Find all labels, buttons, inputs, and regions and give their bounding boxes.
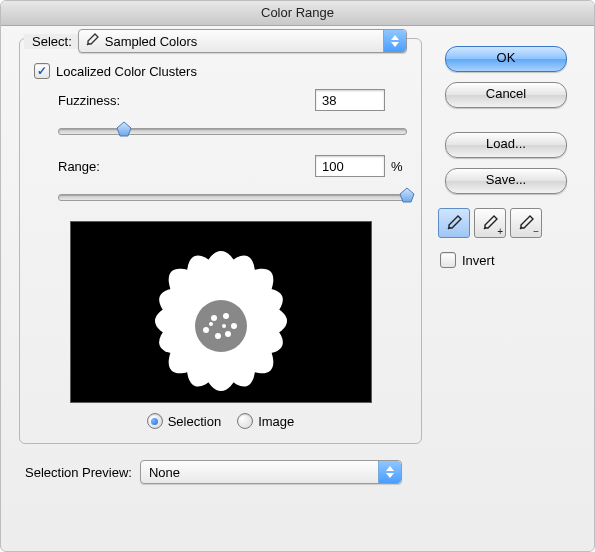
dialog-content: Select: Sampled Colors <box>1 26 594 456</box>
load-button[interactable]: Load... <box>445 132 567 158</box>
eyedropper-add-tool[interactable]: + <box>474 208 506 238</box>
select-mode-dropdown[interactable]: Sampled Colors <box>78 29 407 53</box>
radio-selection-button[interactable] <box>147 413 163 429</box>
selection-preview-thumbnail <box>70 221 372 403</box>
eyedropper-subtract-tool[interactable]: − <box>510 208 542 238</box>
selection-preview-dropdown[interactable]: None <box>140 460 402 484</box>
radio-image-button[interactable] <box>237 413 253 429</box>
fuzziness-row: Fuzziness: <box>58 89 407 111</box>
localized-clusters-row: Localized Color Clusters <box>34 63 407 79</box>
range-suffix: % <box>391 159 407 174</box>
svg-point-10 <box>223 313 229 319</box>
svg-point-14 <box>225 331 231 337</box>
selection-preview-row: Selection Preview: None <box>1 460 594 498</box>
slider-thumb[interactable] <box>116 121 132 137</box>
radio-image-label: Image <box>258 414 294 429</box>
slider-thumb[interactable] <box>399 187 415 203</box>
fuzziness-label: Fuzziness: <box>58 93 315 108</box>
svg-point-15 <box>209 322 213 326</box>
svg-point-16 <box>222 324 226 328</box>
localized-clusters-label: Localized Color Clusters <box>56 64 197 79</box>
range-label: Range: <box>58 159 315 174</box>
select-label: Select: <box>24 34 78 49</box>
slider-track <box>58 194 407 201</box>
svg-point-13 <box>215 333 221 339</box>
dropdown-arrows-icon <box>383 30 406 52</box>
fuzziness-input[interactable] <box>315 89 385 111</box>
svg-point-8 <box>195 300 247 352</box>
selection-preview-value: None <box>149 465 378 480</box>
svg-point-11 <box>203 327 209 333</box>
select-mode-value: Sampled Colors <box>105 34 383 49</box>
radio-selection[interactable]: Selection <box>147 413 221 429</box>
localized-clusters-checkbox[interactable] <box>34 63 50 79</box>
range-row: Range: % <box>58 155 407 177</box>
slider-track <box>58 128 407 135</box>
invert-label: Invert <box>462 253 495 268</box>
eyedropper-icon <box>85 33 99 50</box>
invert-checkbox[interactable] <box>440 252 456 268</box>
cancel-button[interactable]: Cancel <box>445 82 567 108</box>
svg-point-9 <box>211 315 217 321</box>
color-range-dialog: Color Range Select: Sampled Colors <box>0 0 595 552</box>
window-title: Color Range <box>1 1 594 26</box>
main-panel: Select: Sampled Colors <box>19 38 422 444</box>
save-button[interactable]: Save... <box>445 168 567 194</box>
invert-row: Invert <box>440 252 576 268</box>
flower-mask-graphic <box>106 226 336 403</box>
fuzziness-slider[interactable] <box>58 121 407 139</box>
radio-image[interactable]: Image <box>237 413 294 429</box>
select-row: Select: Sampled Colors <box>24 29 407 53</box>
range-input[interactable] <box>315 155 385 177</box>
eyedropper-icon <box>445 214 463 232</box>
ok-button[interactable]: OK <box>445 46 567 72</box>
button-panel: OK Cancel Load... Save... + <box>422 38 576 444</box>
eyedropper-tools: + − <box>438 208 576 238</box>
selection-preview-label: Selection Preview: <box>25 465 132 480</box>
dropdown-arrows-icon <box>378 461 401 483</box>
svg-point-12 <box>231 323 237 329</box>
radio-selection-label: Selection <box>168 414 221 429</box>
range-slider[interactable] <box>58 187 407 205</box>
main-group: Select: Sampled Colors <box>19 38 422 444</box>
eyedropper-tool[interactable] <box>438 208 470 238</box>
preview-mode-radios: Selection Image <box>34 413 407 429</box>
